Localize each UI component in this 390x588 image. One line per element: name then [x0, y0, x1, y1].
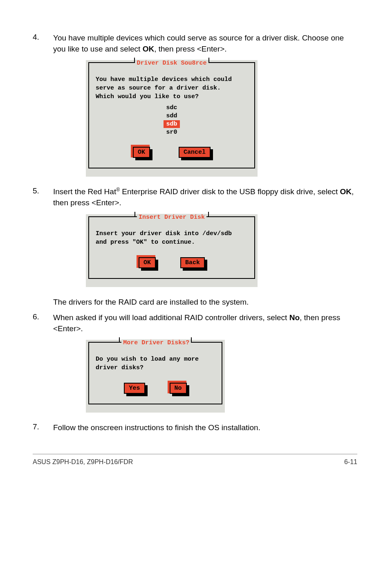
dialog3-yes-label: Yes: [124, 383, 145, 394]
step-4-text: You have multiple devices which could se…: [53, 33, 357, 54]
step-5-text-a: Insert the Red Hat: [53, 188, 116, 196]
dialog1-cancel-label: Cancel: [179, 147, 211, 158]
dialog3-yes-button[interactable]: Yes: [124, 383, 145, 394]
device-option-sdb-selected[interactable]: sdb: [164, 120, 179, 128]
step-4-number: 4.: [33, 33, 53, 54]
step-5-note-text: The drivers for the RAID card are instal…: [53, 297, 357, 308]
dialog1-device-list: sdc sdd sdb sr0: [96, 103, 248, 136]
driver-disk-source-dialog: Driver Disk Sou8rce You have multiple de…: [86, 60, 258, 177]
step-4-text-c: , then press <Enter>.: [154, 45, 226, 53]
dialog3-no-label: No: [170, 383, 187, 394]
step-5-ok-word: OK: [340, 188, 352, 196]
step-6-no-word: No: [289, 313, 300, 322]
dialog1-title: Driver Disk Sou8rce: [135, 60, 208, 67]
dialog1-line1: You have multiple devices which could: [96, 75, 248, 84]
device-option-sdc[interactable]: sdc: [164, 104, 179, 112]
dialog2-back-button[interactable]: Back: [180, 257, 205, 268]
step-5-number: 5.: [33, 186, 53, 209]
step-6: 6. When asked if you will load additiona…: [33, 312, 357, 334]
step-5-reg-mark: ®: [116, 187, 120, 193]
dialog3-line1: Do you wish to load any more: [96, 355, 215, 364]
dialog1-line3: Which would you like to use?: [96, 92, 248, 101]
dialog2-line1: Insert your driver disk into /dev/sdb: [96, 229, 248, 238]
device-option-sdd[interactable]: sdd: [164, 112, 179, 120]
dialog1-ok-label: OK: [133, 147, 150, 158]
dialog2-title: Insert Driver Disk: [137, 214, 206, 221]
dialog2-line2: and press "OK" to continue.: [96, 238, 248, 247]
step-6-number: 6.: [33, 312, 53, 334]
step-4: 4. You have multiple devices which could…: [33, 33, 357, 54]
dialog3-line2: driver disks?: [96, 364, 215, 372]
dialog2-back-label: Back: [180, 257, 205, 268]
step-7-text: Follow the onscreen instructions to fini…: [53, 422, 357, 433]
step-7-number: 7.: [33, 422, 53, 433]
step-4-ok-word: OK: [143, 45, 155, 53]
dialog1-line2: serve as source for a driver disk.: [96, 84, 248, 92]
step-5-text-b: Enterprise RAID driver disk to the USB f…: [120, 188, 340, 196]
dialog2-ok-label: OK: [139, 257, 156, 268]
dialog3-title: More Driver Disks?: [121, 339, 191, 346]
step-6-text: When asked if you will load additional R…: [53, 312, 357, 334]
step-7: 7. Follow the onscreen instructions to f…: [33, 422, 357, 433]
footer-right: 6-11: [344, 458, 357, 466]
device-option-sr0[interactable]: sr0: [164, 128, 179, 136]
dialog1-cancel-button[interactable]: Cancel: [179, 147, 211, 158]
dialog3-no-button[interactable]: No: [170, 383, 187, 394]
step-6-text-a: When asked if you will load additional R…: [53, 313, 289, 322]
step-5-text: Insert the Red Hat® Enterprise RAID driv…: [53, 186, 357, 209]
dialog1-ok-button[interactable]: OK: [133, 147, 150, 158]
insert-driver-disk-dialog: Insert Driver Disk Insert your driver di…: [86, 214, 258, 287]
step-5: 5. Insert the Red Hat® Enterprise RAID d…: [33, 186, 357, 209]
step-5-note: The drivers for the RAID card are instal…: [33, 297, 357, 308]
more-driver-disks-dialog: More Driver Disks? Do you wish to load a…: [86, 340, 225, 413]
dialog2-ok-button[interactable]: OK: [139, 257, 156, 268]
page-footer: ASUS Z9PH-D16, Z9PH-D16/FDR 6-11: [33, 454, 357, 466]
footer-left: ASUS Z9PH-D16, Z9PH-D16/FDR: [33, 458, 133, 466]
